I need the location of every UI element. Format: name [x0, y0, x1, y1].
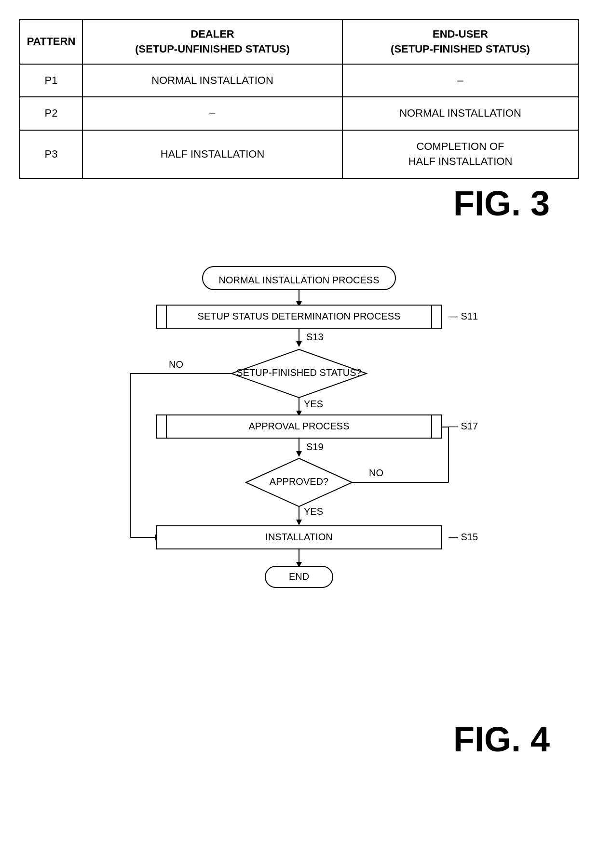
fig4-flowchart: NORMAL INSTALLATION PROCESS SETUP STATUS…	[19, 257, 579, 715]
col-header-pattern: PATTERN	[20, 20, 82, 64]
s17-node: APPROVAL PROCESS	[249, 421, 350, 431]
end-node: END	[289, 571, 309, 582]
fig3-label: FIG. 3	[19, 179, 579, 238]
no-label-2: NO	[369, 467, 383, 478]
s13-label: S13	[306, 332, 324, 342]
s11-label: — S11	[448, 311, 478, 321]
decision1-node: SETUP-FINISHED STATUS?	[236, 367, 361, 378]
pattern-p3: P3	[20, 130, 82, 178]
yes-label-2: YES	[304, 506, 323, 517]
dealer-p3: HALF INSTALLATION	[82, 130, 342, 178]
table-row: P1 NORMAL INSTALLATION –	[20, 64, 578, 97]
fig4-svg: NORMAL INSTALLATION PROCESS SETUP STATUS…	[82, 257, 516, 710]
col-header-dealer: DEALER(SETUP-UNFINISHED STATUS)	[82, 20, 342, 64]
s15-node: INSTALLATION	[265, 532, 332, 542]
table-row: P3 HALF INSTALLATION COMPLETION OFHALF I…	[20, 130, 578, 178]
pattern-p1: P1	[20, 64, 82, 97]
start-node: NORMAL INSTALLATION PROCESS	[218, 275, 379, 285]
table-row: P2 – NORMAL INSTALLATION	[20, 97, 578, 130]
s19-label: S19	[306, 441, 324, 452]
svg-marker-7	[296, 341, 302, 347]
s11-node: SETUP STATUS DETERMINATION PROCESS	[198, 311, 401, 321]
enduser-p3: COMPLETION OFHALF INSTALLATION	[342, 130, 578, 178]
svg-marker-16	[296, 451, 302, 457]
fig3-section: PATTERN DEALER(SETUP-UNFINISHED STATUS) …	[0, 0, 598, 247]
svg-marker-22	[296, 520, 302, 525]
fig4-section: NORMAL INSTALLATION PROCESS SETUP STATUS…	[0, 247, 598, 788]
enduser-p1: –	[342, 64, 578, 97]
s15-label: — S15	[448, 532, 478, 542]
col-header-enduser: END-USER(SETUP-FINISHED STATUS)	[342, 20, 578, 64]
decision2-node: APPROVED?	[270, 476, 328, 487]
no-label-1: NO	[169, 359, 183, 370]
fig4-label: FIG. 4	[19, 715, 579, 769]
dealer-p1: NORMAL INSTALLATION	[82, 64, 342, 97]
dealer-p2: –	[82, 97, 342, 130]
s17-label: — S17	[448, 421, 478, 431]
enduser-p2: NORMAL INSTALLATION	[342, 97, 578, 130]
yes-label-1: YES	[304, 399, 323, 409]
fig3-table: PATTERN DEALER(SETUP-UNFINISHED STATUS) …	[19, 19, 579, 179]
pattern-p2: P2	[20, 97, 82, 130]
